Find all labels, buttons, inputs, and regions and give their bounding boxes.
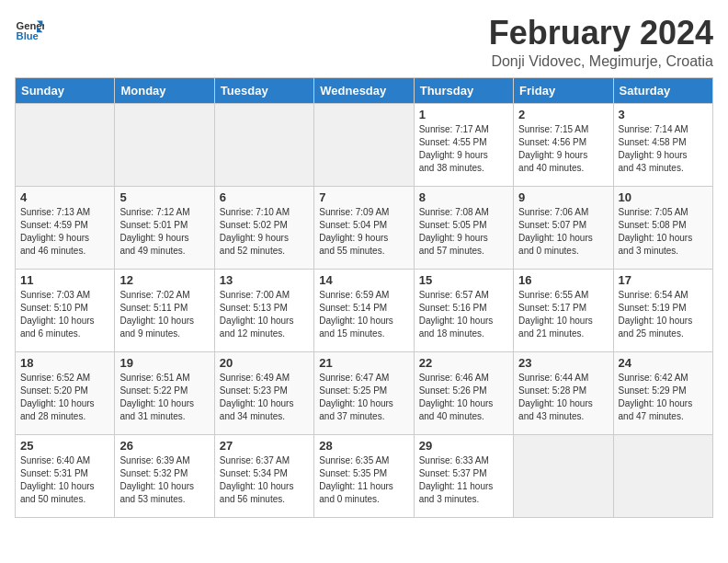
table-row: 5Sunrise: 7:12 AM Sunset: 5:01 PM Daylig… [115, 186, 214, 269]
table-row: 13Sunrise: 7:00 AM Sunset: 5:13 PM Dayli… [214, 269, 313, 351]
day-number: 20 [220, 356, 309, 370]
day-number: 29 [419, 439, 508, 453]
day-info: Sunrise: 7:17 AM Sunset: 4:55 PM Dayligh… [419, 123, 508, 175]
day-info: Sunrise: 6:42 AM Sunset: 5:29 PM Dayligh… [619, 372, 708, 423]
day-number: 19 [119, 356, 209, 370]
day-number: 14 [319, 273, 408, 287]
calendar-header-row: Sunday Monday Tuesday Wednesday Thursday… [16, 77, 713, 103]
header-thursday: Thursday [414, 77, 513, 103]
day-info: Sunrise: 7:05 AM Sunset: 5:08 PM Dayligh… [619, 206, 708, 258]
table-row: 25Sunrise: 6:40 AM Sunset: 5:31 PM Dayli… [16, 434, 115, 517]
table-row: 7Sunrise: 7:09 AM Sunset: 5:04 PM Daylig… [314, 186, 414, 269]
table-row [115, 103, 214, 186]
page-header: General Blue February 2024 Donji Vidovec… [15, 15, 713, 70]
header-sunday: Sunday [16, 77, 115, 103]
day-number: 1 [419, 108, 508, 121]
table-row: 18Sunrise: 6:52 AM Sunset: 5:20 PM Dayli… [16, 351, 115, 434]
day-info: Sunrise: 7:13 AM Sunset: 4:59 PM Dayligh… [20, 206, 109, 258]
day-info: Sunrise: 6:46 AM Sunset: 5:26 PM Dayligh… [419, 372, 508, 423]
svg-text:Blue: Blue [17, 30, 39, 41]
calendar-week-row: 11Sunrise: 7:03 AM Sunset: 5:10 PM Dayli… [16, 269, 713, 351]
header-saturday: Saturday [613, 77, 712, 103]
day-info: Sunrise: 6:59 AM Sunset: 5:14 PM Dayligh… [319, 289, 408, 340]
day-info: Sunrise: 7:02 AM Sunset: 5:11 PM Dayligh… [119, 289, 209, 340]
day-info: Sunrise: 6:33 AM Sunset: 5:37 PM Dayligh… [419, 454, 508, 506]
table-row: 4Sunrise: 7:13 AM Sunset: 4:59 PM Daylig… [16, 186, 115, 269]
table-row: 9Sunrise: 7:06 AM Sunset: 5:07 PM Daylig… [514, 186, 613, 269]
table-row: 12Sunrise: 7:02 AM Sunset: 5:11 PM Dayli… [115, 269, 214, 351]
table-row: 11Sunrise: 7:03 AM Sunset: 5:10 PM Dayli… [16, 269, 115, 351]
day-info: Sunrise: 6:40 AM Sunset: 5:31 PM Dayligh… [20, 454, 109, 506]
logo: General Blue [15, 15, 44, 44]
table-row: 17Sunrise: 6:54 AM Sunset: 5:19 PM Dayli… [613, 269, 712, 351]
day-info: Sunrise: 6:39 AM Sunset: 5:32 PM Dayligh… [119, 454, 209, 506]
day-number: 25 [20, 439, 109, 453]
day-number: 16 [518, 273, 608, 287]
table-row [613, 434, 712, 517]
title-section: February 2024 Donji Vidovec, Megimurje, … [489, 15, 713, 70]
day-number: 10 [619, 190, 708, 204]
table-row: 1Sunrise: 7:17 AM Sunset: 4:55 PM Daylig… [414, 103, 513, 186]
table-row: 22Sunrise: 6:46 AM Sunset: 5:26 PM Dayli… [414, 351, 513, 434]
day-number: 26 [119, 439, 209, 453]
day-info: Sunrise: 7:14 AM Sunset: 4:58 PM Dayligh… [619, 123, 708, 175]
table-row: 21Sunrise: 6:47 AM Sunset: 5:25 PM Dayli… [314, 351, 414, 434]
table-row [514, 434, 613, 517]
day-number: 5 [119, 190, 209, 204]
day-number: 18 [20, 356, 109, 370]
day-number: 3 [619, 108, 708, 121]
calendar-title: February 2024 [489, 15, 713, 52]
day-info: Sunrise: 7:12 AM Sunset: 5:01 PM Dayligh… [119, 206, 209, 258]
table-row: 6Sunrise: 7:10 AM Sunset: 5:02 PM Daylig… [214, 186, 313, 269]
table-row: 3Sunrise: 7:14 AM Sunset: 4:58 PM Daylig… [613, 103, 712, 186]
calendar-table: Sunday Monday Tuesday Wednesday Thursday… [15, 77, 713, 518]
day-info: Sunrise: 6:37 AM Sunset: 5:34 PM Dayligh… [220, 454, 309, 506]
day-number: 7 [319, 190, 408, 204]
day-number: 6 [220, 190, 309, 204]
day-info: Sunrise: 7:03 AM Sunset: 5:10 PM Dayligh… [20, 289, 109, 340]
day-number: 15 [419, 273, 508, 287]
day-number: 24 [619, 356, 708, 370]
day-number: 4 [20, 190, 109, 204]
day-info: Sunrise: 7:08 AM Sunset: 5:05 PM Dayligh… [419, 206, 508, 258]
day-number: 8 [419, 190, 508, 204]
table-row: 26Sunrise: 6:39 AM Sunset: 5:32 PM Dayli… [115, 434, 214, 517]
day-info: Sunrise: 6:49 AM Sunset: 5:23 PM Dayligh… [220, 372, 309, 423]
day-number: 21 [319, 356, 408, 370]
day-info: Sunrise: 7:15 AM Sunset: 4:56 PM Dayligh… [518, 123, 608, 175]
calendar-week-row: 4Sunrise: 7:13 AM Sunset: 4:59 PM Daylig… [16, 186, 713, 269]
table-row: 20Sunrise: 6:49 AM Sunset: 5:23 PM Dayli… [214, 351, 313, 434]
day-info: Sunrise: 6:55 AM Sunset: 5:17 PM Dayligh… [518, 289, 608, 340]
day-number: 17 [619, 273, 708, 287]
header-wednesday: Wednesday [314, 77, 414, 103]
day-info: Sunrise: 7:00 AM Sunset: 5:13 PM Dayligh… [220, 289, 309, 340]
table-row: 8Sunrise: 7:08 AM Sunset: 5:05 PM Daylig… [414, 186, 513, 269]
day-info: Sunrise: 6:47 AM Sunset: 5:25 PM Dayligh… [319, 372, 408, 423]
day-number: 27 [220, 439, 309, 453]
day-info: Sunrise: 7:10 AM Sunset: 5:02 PM Dayligh… [220, 206, 309, 258]
day-number: 11 [20, 273, 109, 287]
calendar-week-row: 25Sunrise: 6:40 AM Sunset: 5:31 PM Dayli… [16, 434, 713, 517]
day-info: Sunrise: 6:54 AM Sunset: 5:19 PM Dayligh… [619, 289, 708, 340]
table-row: 19Sunrise: 6:51 AM Sunset: 5:22 PM Dayli… [115, 351, 214, 434]
day-number: 12 [119, 273, 209, 287]
logo-icon: General Blue [15, 15, 44, 44]
header-friday: Friday [514, 77, 613, 103]
day-info: Sunrise: 6:52 AM Sunset: 5:20 PM Dayligh… [20, 372, 109, 423]
table-row: 24Sunrise: 6:42 AM Sunset: 5:29 PM Dayli… [613, 351, 712, 434]
table-row: 2Sunrise: 7:15 AM Sunset: 4:56 PM Daylig… [514, 103, 613, 186]
table-row: 15Sunrise: 6:57 AM Sunset: 5:16 PM Dayli… [414, 269, 513, 351]
table-row: 29Sunrise: 6:33 AM Sunset: 5:37 PM Dayli… [414, 434, 513, 517]
day-number: 13 [220, 273, 309, 287]
table-row: 27Sunrise: 6:37 AM Sunset: 5:34 PM Dayli… [214, 434, 313, 517]
table-row [314, 103, 414, 186]
table-row: 10Sunrise: 7:05 AM Sunset: 5:08 PM Dayli… [613, 186, 712, 269]
table-row: 23Sunrise: 6:44 AM Sunset: 5:28 PM Dayli… [514, 351, 613, 434]
day-info: Sunrise: 7:06 AM Sunset: 5:07 PM Dayligh… [518, 206, 608, 258]
calendar-subtitle: Donji Vidovec, Megimurje, Croatia [489, 53, 713, 70]
day-number: 9 [518, 190, 608, 204]
day-number: 28 [319, 439, 408, 453]
day-info: Sunrise: 6:51 AM Sunset: 5:22 PM Dayligh… [119, 372, 209, 423]
day-info: Sunrise: 6:44 AM Sunset: 5:28 PM Dayligh… [518, 372, 608, 423]
header-monday: Monday [115, 77, 214, 103]
